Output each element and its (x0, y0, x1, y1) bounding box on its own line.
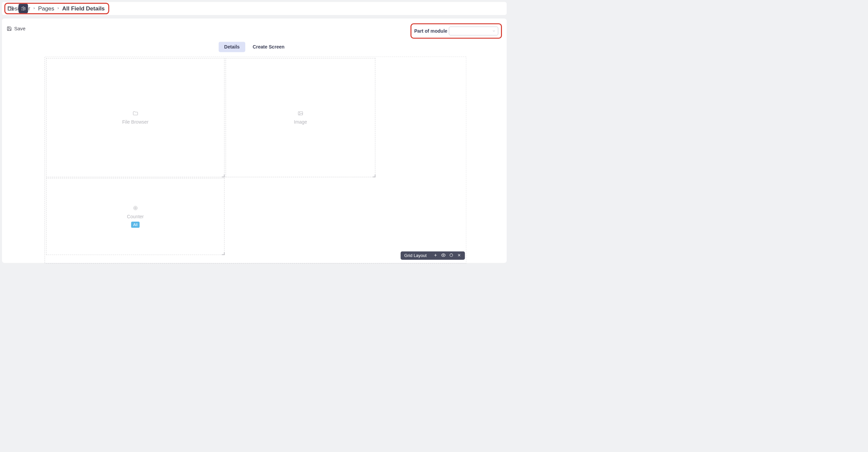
save-icon (7, 26, 12, 31)
tab-details[interactable]: Details (219, 42, 245, 52)
image-icon (298, 111, 304, 117)
breadcrumb-pages[interactable]: Pages (38, 5, 54, 12)
breadcrumb-designer[interactable]: Designer (7, 5, 30, 12)
counter-filter-tag[interactable]: All (131, 222, 140, 228)
chevron-down-icon (492, 29, 496, 33)
module-select[interactable] (449, 27, 498, 35)
folder-icon (132, 111, 138, 117)
widget-counter[interactable]: Counter All (46, 178, 224, 255)
tab-create-screen[interactable]: Create Screen (247, 42, 290, 52)
resize-handle[interactable] (222, 174, 224, 177)
main-panel: Save Part of module Details Create Scree… (2, 19, 507, 263)
svg-rect-6 (298, 112, 303, 115)
resize-handle[interactable] (373, 174, 375, 177)
topbar: Designer Pages All Field Details (2, 2, 507, 15)
module-block: Part of module (410, 23, 502, 39)
widget-label: Counter (127, 214, 144, 219)
module-label: Part of module (414, 28, 447, 34)
grid-layout[interactable]: File Browser Image (45, 57, 376, 263)
floating-toolbar-label: Grid Layout (404, 253, 427, 258)
save-label: Save (14, 26, 25, 31)
breadcrumb: Designer Pages All Field Details (4, 3, 109, 14)
visibility-button[interactable] (441, 253, 445, 258)
widget-label: Image (294, 119, 307, 125)
target-icon (133, 205, 138, 211)
svg-point-10 (135, 207, 135, 208)
breadcrumb-current: All Field Details (62, 5, 105, 12)
resize-handle[interactable] (222, 252, 224, 255)
circle-button[interactable] (449, 253, 454, 258)
tabs: Details Create Screen (7, 42, 502, 52)
add-button[interactable] (433, 253, 438, 258)
widget-label: File Browser (122, 119, 148, 125)
floating-toolbar: Grid Layout (401, 252, 465, 260)
save-button[interactable]: Save (7, 26, 26, 31)
svg-point-14 (450, 254, 453, 257)
chevron-right-icon (57, 6, 60, 11)
chevron-right-icon (33, 6, 36, 11)
close-button[interactable] (457, 253, 461, 258)
svg-point-7 (299, 113, 300, 113)
canvas-area[interactable]: File Browser Image (44, 57, 466, 264)
widget-file-browser[interactable]: File Browser (46, 58, 224, 177)
svg-point-13 (443, 255, 444, 256)
widget-image[interactable]: Image (225, 58, 375, 177)
